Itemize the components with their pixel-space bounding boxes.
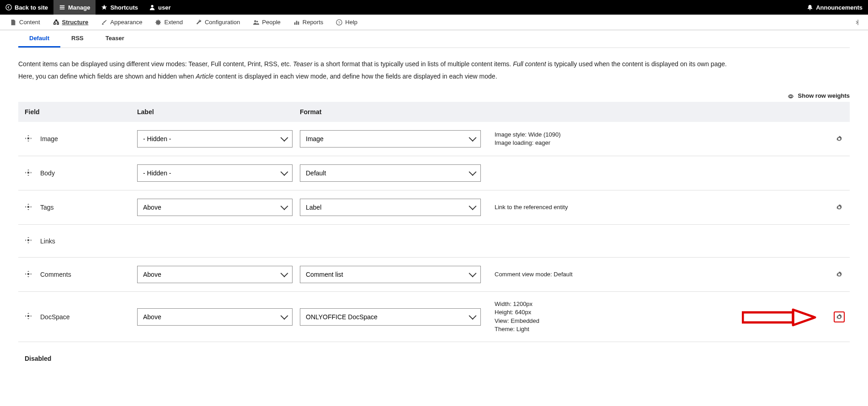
- label-select-tags[interactable]: Above: [137, 199, 293, 216]
- help-icon: ?: [336, 19, 342, 26]
- tab-teaser[interactable]: Teaser: [95, 30, 135, 47]
- settings-button-comments[interactable]: [834, 269, 845, 280]
- label-select-docspace[interactable]: Above: [137, 308, 293, 326]
- format-select-comments[interactable]: Comment list: [300, 266, 481, 283]
- chart-icon: [293, 19, 300, 26]
- svg-rect-7: [298, 21, 299, 25]
- star-icon: [101, 4, 107, 11]
- header-format: Format: [300, 108, 488, 116]
- summary-image: Image style: Wide (1090) Image loading: …: [488, 131, 829, 147]
- svg-point-10: [790, 95, 792, 98]
- menu-configuration[interactable]: Configuration: [189, 15, 246, 30]
- wrench-icon: [196, 19, 202, 26]
- field-name-body: Body: [40, 169, 55, 177]
- menu-appearance-label: Appearance: [110, 19, 142, 26]
- table-row: Comments Above Comment list Comment view…: [18, 258, 850, 292]
- menu-structure-label: Structure: [62, 19, 89, 26]
- header-label: Label: [137, 108, 300, 116]
- announcements-button[interactable]: Announcements: [801, 0, 868, 15]
- menu-help-label: Help: [345, 19, 357, 26]
- svg-point-4: [256, 21, 258, 22]
- show-row-weights-button[interactable]: Show row weights: [0, 92, 850, 99]
- format-select-image[interactable]: Image: [300, 130, 481, 148]
- svg-point-3: [254, 20, 256, 22]
- people-icon: [253, 19, 259, 26]
- menu-structure[interactable]: Structure: [47, 15, 95, 30]
- settings-button-docspace[interactable]: [834, 311, 845, 322]
- menu-configuration-label: Configuration: [205, 19, 240, 26]
- summary-comments: Comment view mode: Default: [488, 270, 829, 279]
- admin-menu-left: Content Structure Appearance Extend Conf…: [4, 15, 364, 30]
- header-field: Field: [18, 108, 137, 116]
- svg-rect-5: [294, 22, 296, 25]
- menu-extend[interactable]: Extend: [149, 15, 189, 30]
- table-row: Links: [18, 225, 850, 258]
- brush-icon: [101, 19, 107, 26]
- field-name-comments: Comments: [40, 271, 71, 278]
- table-row: Body - Hidden - Default: [18, 156, 850, 190]
- structure-icon: [53, 19, 59, 26]
- menu-people[interactable]: People: [246, 15, 287, 30]
- menu-reports[interactable]: Reports: [287, 15, 330, 30]
- menu-content-label: Content: [19, 19, 40, 26]
- field-name-image: Image: [40, 135, 58, 142]
- table-row: Image - Hidden - Image Image style: Wide…: [18, 122, 850, 156]
- user-label: user: [158, 4, 170, 11]
- back-icon: [5, 4, 12, 11]
- disabled-section-header: Disabled: [18, 350, 850, 362]
- drag-handle-icon[interactable]: [25, 135, 32, 143]
- format-select-tags[interactable]: Label: [300, 199, 481, 216]
- toolbar-right: Announcements: [801, 0, 868, 15]
- label-select-image[interactable]: - Hidden -: [137, 130, 293, 148]
- eye-icon: [788, 92, 795, 99]
- admin-toolbar: Back to site Manage Shortcuts user Annou…: [0, 0, 868, 15]
- drag-handle-icon[interactable]: [25, 270, 32, 279]
- menu-appearance[interactable]: Appearance: [95, 15, 149, 30]
- settings-button-image[interactable]: [834, 133, 845, 144]
- tab-default[interactable]: Default: [18, 30, 60, 47]
- back-label: Back to site: [15, 4, 48, 11]
- format-select-body[interactable]: Default: [300, 164, 481, 182]
- svg-point-0: [6, 5, 11, 10]
- table-row: Tags Above Label Link to the referenced …: [18, 190, 850, 225]
- drag-handle-icon[interactable]: [25, 169, 32, 178]
- label-select-comments[interactable]: Above: [137, 266, 293, 283]
- file-icon: [10, 19, 16, 26]
- summary-tags: Link to the referenced entity: [488, 203, 829, 211]
- collapse-icon[interactable]: [853, 19, 861, 26]
- menu-extend-label: Extend: [164, 19, 182, 26]
- menu-reports-label: Reports: [303, 19, 324, 26]
- puzzle-icon: [155, 19, 161, 26]
- drag-handle-icon[interactable]: [25, 237, 32, 245]
- row-weights-label: Show row weights: [798, 92, 850, 99]
- summary-docspace: Width: 1200px Height: 640px View: Embedd…: [488, 300, 829, 333]
- drag-handle-icon[interactable]: [25, 312, 32, 321]
- field-name-docspace: DocSpace: [40, 313, 70, 321]
- shortcuts-button[interactable]: Shortcuts: [96, 0, 144, 15]
- user-button[interactable]: user: [144, 0, 176, 15]
- svg-rect-6: [296, 21, 297, 25]
- format-select-docspace[interactable]: ONLYOFFICE DocSpace: [300, 308, 481, 326]
- manage-button[interactable]: Manage: [53, 0, 96, 15]
- table-header: Field Label Format: [18, 102, 850, 122]
- announcements-label: Announcements: [816, 4, 863, 11]
- shortcuts-label: Shortcuts: [110, 4, 138, 11]
- field-name-tags: Tags: [40, 204, 54, 211]
- svg-text:?: ?: [338, 20, 341, 25]
- back-to-site-button[interactable]: Back to site: [0, 0, 53, 15]
- label-select-body[interactable]: - Hidden -: [137, 164, 293, 182]
- svg-point-1: [151, 5, 153, 7]
- menu-people-label: People: [262, 19, 280, 26]
- settings-button-tags[interactable]: [834, 202, 845, 213]
- table-row: DocSpace Above ONLYOFFICE DocSpace Width…: [18, 292, 850, 342]
- user-icon: [149, 4, 155, 11]
- field-name-links: Links: [40, 237, 55, 245]
- toolbar-left: Back to site Manage Shortcuts user: [0, 0, 176, 15]
- hamburger-icon: [59, 4, 65, 11]
- tab-rss[interactable]: RSS: [60, 30, 95, 47]
- admin-menu: Content Structure Appearance Extend Conf…: [0, 15, 868, 30]
- menu-help[interactable]: ? Help: [330, 15, 364, 30]
- view-mode-tabs: Default RSS Teaser: [18, 30, 850, 48]
- drag-handle-icon[interactable]: [25, 203, 32, 212]
- menu-content[interactable]: Content: [4, 15, 47, 30]
